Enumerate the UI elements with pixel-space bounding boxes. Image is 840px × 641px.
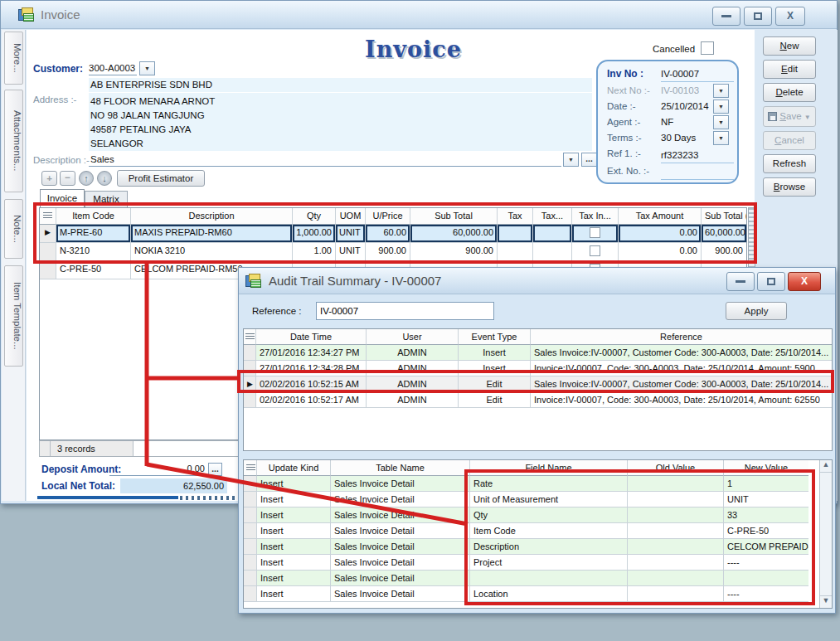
table-row[interactable]: N-3210 NOKIA 3210 1.00 UNIT 900.00 900.0… [40,243,746,261]
table-row[interactable]: Insert Sales Invoice Detail Project ---- [244,555,832,571]
description-field[interactable]: Sales [89,153,561,167]
col-tax[interactable]: Tax [498,208,533,225]
col-reference[interactable]: Reference [531,329,832,345]
ref1-label: Ref 1. :- [607,148,641,158]
next-no-value: IV-00103 [661,85,699,95]
deposit-amount-field[interactable]: 0.00 [109,462,206,476]
sidebar-item-more[interactable]: More... [4,32,23,85]
description-dropdown-button[interactable]: ▼ [563,153,579,167]
minimize-icon [721,15,731,17]
move-up-button[interactable]: ↑ [79,171,94,186]
audit-maximize-button[interactable] [757,272,785,291]
cancel-button[interactable]: Cancel [763,131,816,150]
new-button[interactable]: New [763,36,816,56]
maximize-icon [754,12,762,20]
table-row-selected[interactable]: ▶ 02/02/2016 10:52:15 AM ADMIN Edit Sale… [244,376,832,392]
col-subtotal[interactable]: Sub Total [410,208,498,225]
sidebar-item-note[interactable]: Note... [4,199,23,259]
col-update-kind[interactable]: Update Kind [257,460,331,476]
browse-button[interactable]: Browse [763,177,816,197]
bottom-scroll-grip[interactable] [180,496,238,500]
agent-dropdown-button[interactable]: ▼ [713,115,729,129]
minimize-button[interactable] [712,7,740,26]
table-row[interactable]: Insert Sales Invoice Detail [244,571,832,586]
table-row[interactable]: Insert Sales Invoice Detail Location ---… [244,586,832,602]
description-more-button[interactable]: ... [581,153,597,167]
tab-matrix[interactable]: Matrix [85,191,128,207]
date-value: 25/10/2014 [661,101,709,111]
address-block[interactable]: 48 FLOOR MENARA ARNOT NO 98 JALAN TANGJU… [89,93,592,151]
col-tax-amount[interactable]: Tax Amount [619,208,702,225]
ellipsis-icon: ... [211,464,218,473]
save-dropdown-arrow[interactable]: ▼ [804,114,811,121]
reference-input[interactable] [316,302,494,320]
close-button[interactable]: X [775,7,805,26]
tab-invoice[interactable]: Invoice [40,189,85,207]
table-row[interactable]: Insert Sales Invoice Detail Unit of Meas… [244,492,832,507]
tax-inclusive-checkbox[interactable] [590,227,600,238]
col-old-value[interactable]: Old Value [628,460,724,476]
table-row[interactable]: Insert Sales Invoice Detail Item Code C-… [244,523,832,539]
profit-estimator-button[interactable]: Profit Estimator [117,170,205,187]
col-new-value[interactable]: New Value [724,460,808,476]
col-qty[interactable]: Qty [293,208,336,225]
terms-dropdown-button[interactable]: ▼ [713,131,729,145]
bottom-scrollbar[interactable] [37,496,178,499]
chevron-down-icon: ▼ [718,119,724,125]
address-line: NO 98 JALAN TANGJUNG [90,109,590,123]
audit-close-button[interactable]: X [788,272,821,291]
audit-app-icon [245,274,262,289]
apply-button[interactable]: Apply [726,302,787,320]
customer-code-field[interactable]: 300-A0003 [89,61,137,75]
next-no-dropdown-button[interactable]: ▼ [713,84,729,98]
table-row[interactable]: Insert Sales Invoice Detail Rate 1 [244,476,832,492]
maximize-button[interactable] [744,7,772,26]
minimize-icon [736,280,745,283]
grid-menu-icon[interactable] [246,464,255,472]
table-row[interactable]: 02/02/2016 10:52:17 AM ADMIN Edit Invoic… [244,392,832,408]
tax-inclusive-checkbox[interactable] [590,245,600,256]
col-table-name[interactable]: Table Name [331,460,470,476]
date-dropdown-button[interactable]: ▼ [713,100,729,114]
col-description[interactable]: Description [131,208,293,225]
grid-menu-icon[interactable] [245,333,255,341]
local-net-total-label: Local Net Total: [41,480,115,492]
current-row-icon: ▶ [45,228,51,236]
scroll-down-icon[interactable]: ▼ [820,595,832,608]
col-uom[interactable]: UOM [336,208,366,225]
table-row[interactable]: Insert Sales Invoice Detail Qty 33 [244,507,832,523]
table-row[interactable]: ▶ M-PRE-60 MAXIS PREPAID-RM60 1,000.00 U… [40,225,746,243]
delete-button[interactable]: Delete [763,83,816,102]
col-item-code[interactable]: Item Code [56,208,131,225]
col-tax2[interactable]: Tax... [533,208,572,225]
col-uprice[interactable]: U/Price [366,208,410,225]
col-field-name[interactable]: Field Name [470,460,628,476]
refresh-button[interactable]: Refresh [763,154,816,173]
col-tax-inclusive[interactable]: Tax In... [572,208,619,225]
sidebar-item-attachments[interactable]: Attachments... [4,90,23,192]
save-button[interactable]: Save ▼ [763,106,816,127]
inv-no-value: IV-00007 [661,69,699,79]
scroll-up-icon[interactable]: ▲ [820,460,832,473]
add-row-button[interactable]: + [41,171,57,186]
cancelled-checkbox[interactable] [701,41,714,55]
reference-label: Reference : [252,306,301,316]
changes-vertical-scrollbar[interactable]: ▲ ▼ [819,460,832,608]
col-user[interactable]: User [367,329,459,345]
table-row[interactable]: 27/01/2016 12:34:28 PM ADMIN Insert Invo… [244,361,832,376]
move-down-button[interactable]: ↓ [97,171,112,186]
col-subtotal-tax[interactable]: Sub Total (Tax) [702,208,746,225]
remove-row-button[interactable]: − [60,171,75,186]
table-row[interactable]: Insert Sales Invoice Detail Description … [244,539,832,555]
audit-trail-window: Audit Trail Summary - IV-00007 X Referen… [238,267,836,614]
grid-menu-icon[interactable] [43,212,52,220]
edit-button[interactable]: Edit [763,60,816,79]
col-event-type[interactable]: Event Type [459,329,531,345]
app-icon [18,7,35,22]
customer-dropdown-button[interactable]: ▼ [139,61,155,75]
audit-minimize-button[interactable] [726,272,755,291]
sidebar-item-item-template[interactable]: Item Template... [4,265,23,367]
col-date-time[interactable]: Date Time [256,329,367,345]
deposit-more-button[interactable]: ... [208,463,222,476]
table-row[interactable]: 27/01/2016 12:34:27 PM ADMIN Insert Sale… [244,345,832,361]
